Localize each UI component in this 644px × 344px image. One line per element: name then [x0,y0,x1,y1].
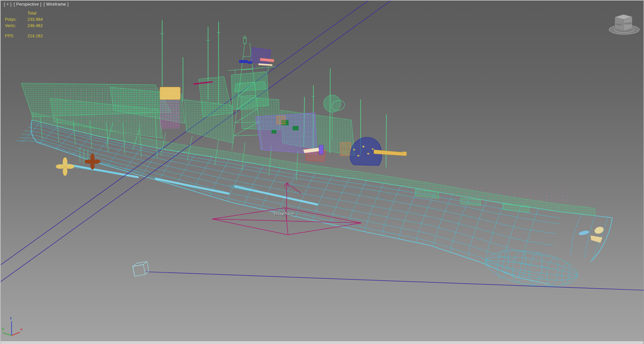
stats-fps-value: 214,162 [27,33,43,39]
stats-verts-value: 248.462 [27,23,43,29]
bilge-keel-strip [156,179,229,194]
viewport-general-menu[interactable]: [ + ] [4,2,12,7]
gun-muzzle [402,152,407,156]
stats-polys-label: Polys: [5,16,23,23]
propeller-yellow[interactable] [56,157,74,176]
anchor-tan [590,235,602,243]
crane-lattice-magenta[interactable] [160,100,180,129]
viewport-statistics: Total Polys: 233.984 Verts: 248.462 FPS:… [5,10,43,39]
axis-x-line [12,332,20,335]
stats-polys-row: Polys: 233.984 [5,16,43,23]
anchor-blue [578,230,590,236]
boat-deck-violet[interactable] [256,113,317,154]
axis-y-line [3,332,12,335]
radar-antenna-purple[interactable] [251,47,271,65]
viewport-shading-menu[interactable]: [ Wireframe ] [44,2,68,7]
anchor-tan [593,226,604,235]
stats-fps-label: FPS: [5,33,23,39]
violet-box [319,145,323,154]
stats-verts-row: Verts: 248.462 [5,23,43,29]
viewcube[interactable]: LEFT FRONT [609,15,639,34]
mast-top-box [243,38,246,44]
axis-tripod: z x y [2,316,23,335]
stats-fps-row: FPS: 214,162 [5,33,43,39]
viewport-pov-menu[interactable]: [ Perspective ] [14,2,41,7]
scene-canvas[interactable]: LEFT FRONT z x y [1,1,644,344]
helper-cube[interactable] [133,262,149,276]
tarp-green [293,126,299,130]
bilge-keel-strip [235,186,317,204]
stats-total-header: Total [27,10,43,16]
orange-gear[interactable] [340,142,351,156]
vray-plane-object-label: VRayPlane [273,211,294,216]
battleship-wireframe-model[interactable] [1,1,644,292]
viewport-3d[interactable]: LEFT FRONT z x y [ + ] [ Perspective ] [… [0,0,644,344]
vray-plane-gizmo[interactable] [212,183,361,235]
stats-polys-value: 233.984 [27,16,43,23]
orange-gear[interactable] [277,116,285,124]
axis-y-label: y [2,327,4,330]
stats-verts-label: Verts: [5,23,23,29]
tarp-green [271,130,276,134]
gun-turret[interactable] [350,137,407,166]
axis-z-label: z [10,316,12,320]
mast-gadget-navy [239,60,252,64]
equipment-flecks [413,185,572,204]
axis-x-label: x [20,327,23,331]
radar-dome[interactable] [324,95,341,112]
stats-header-row: Total [5,10,43,16]
viewport-nav-label: [ + ] [ Perspective ] [ Wireframe ] [4,2,69,7]
crane-housing-yellow[interactable] [160,87,180,100]
mast-top-ball [244,36,246,38]
viewport-bottom-edge [1,341,643,344]
bilge-keel-strip [63,164,138,177]
